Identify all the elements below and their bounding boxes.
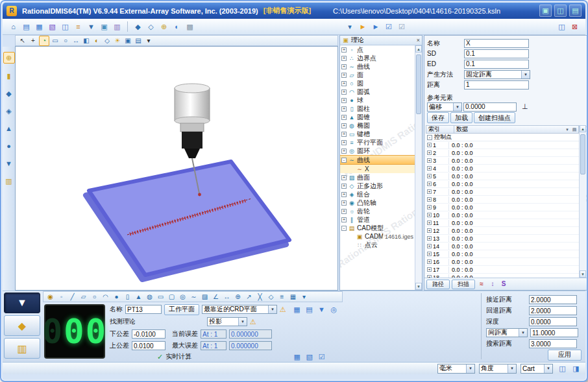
expand-icon[interactable]: + xyxy=(427,252,432,256)
ruler-icon[interactable]: ▥ xyxy=(4,176,14,186)
scroll-thumb[interactable] xyxy=(580,134,585,174)
tree-item-combine[interactable]: +◈组合 xyxy=(340,190,415,198)
control-point-row[interactable]: +40.0 : 0.0 xyxy=(426,165,579,173)
distance-icon[interactable]: ↔ xyxy=(222,292,232,302)
probe-star-icon[interactable]: ▲ xyxy=(4,123,14,134)
snap-grid-icon[interactable]: ▦ xyxy=(291,304,302,315)
expand-icon[interactable]: + xyxy=(341,81,347,86)
database-icon[interactable]: ▥ xyxy=(112,21,123,32)
torus-icon[interactable]: ◎ xyxy=(178,292,188,302)
collapse-icon[interactable]: - xyxy=(341,158,347,163)
probe-dropdown-icon[interactable]: ▾ xyxy=(345,21,356,32)
chevron-down-icon[interactable]: ▼ xyxy=(238,318,247,326)
expand-icon[interactable]: + xyxy=(427,197,432,202)
expand-icon[interactable]: + xyxy=(341,73,347,78)
expand-icon[interactable]: + xyxy=(427,150,432,155)
chevron-down-icon[interactable]: ▼ xyxy=(521,71,530,78)
control-point-row[interactable]: +80.0 : 0.0 xyxy=(426,196,579,204)
expand-icon[interactable]: + xyxy=(427,259,432,264)
probe-manager-icon[interactable]: ◆ xyxy=(132,21,143,32)
expand-icon[interactable]: + xyxy=(427,213,432,217)
control-point-row[interactable]: +170.0 : 0.0 xyxy=(426,266,579,274)
chevron-down-icon[interactable]: ▼ xyxy=(268,305,276,313)
expand-icon[interactable]: + xyxy=(341,132,347,137)
load-button[interactable]: 加载 xyxy=(450,112,472,123)
zoom-window-icon[interactable]: ▭ xyxy=(51,36,60,45)
flag-blue-icon[interactable]: ► xyxy=(371,21,382,32)
calculator-icon[interactable]: ▩ xyxy=(184,21,195,32)
tree-item-boundary-point[interactable]: +∴边界点 xyxy=(340,54,415,62)
tree-item-cylinder[interactable]: +▯圆柱 xyxy=(340,104,415,113)
expand-icon[interactable]: + xyxy=(341,209,347,214)
sphere-icon[interactable]: ● xyxy=(112,292,121,302)
expand-icon[interactable]: + xyxy=(341,192,347,197)
intersect-icon[interactable]: ╳ xyxy=(255,292,265,302)
method-dropdown[interactable]: 固定距离 ▼ xyxy=(464,70,530,79)
close-panel-icon[interactable]: ⊠ xyxy=(569,21,580,32)
expand-icon[interactable]: + xyxy=(427,228,432,233)
plane-icon[interactable]: ▱ xyxy=(79,292,88,302)
sheet-icon[interactable]: ▦ xyxy=(291,352,302,363)
save-button[interactable]: 保存 xyxy=(427,112,449,123)
tree-item-polygon[interactable]: +◇正多边形 xyxy=(340,182,415,190)
expand-icon[interactable]: + xyxy=(427,158,432,163)
sort-icon[interactable]: ▾ xyxy=(564,126,570,133)
zoom-icon[interactable]: ○ xyxy=(61,36,70,45)
column-data[interactable]: 数据 xyxy=(454,126,564,133)
expand-icon[interactable]: + xyxy=(427,143,432,147)
chevron-down-icon[interactable]: ▼ xyxy=(508,364,516,373)
workpiece-plate[interactable] xyxy=(89,161,289,275)
control-point-row[interactable]: +150.0 : 0.0 xyxy=(426,250,579,258)
panel-small-icon[interactable]: ◨ xyxy=(570,363,582,374)
expand-icon[interactable]: + xyxy=(341,149,347,154)
edit-icon[interactable]: ▧ xyxy=(304,352,315,363)
expand-icon[interactable]: + xyxy=(341,123,347,128)
control-point-row[interactable]: +60.0 : 0.0 xyxy=(426,180,579,188)
tree-item-cone[interactable]: +▲圆锥 xyxy=(340,113,415,121)
scroll-down-icon[interactable]: ▼ xyxy=(580,270,586,278)
expand-icon[interactable]: + xyxy=(427,267,432,272)
table-scrollbar[interactable]: ▲ ▼ xyxy=(579,125,586,278)
tree-item-camshaft[interactable]: +◉凸轮轴 xyxy=(340,198,415,207)
chart-icon[interactable]: ▧ xyxy=(47,21,58,32)
column-index[interactable]: 索引 xyxy=(426,126,454,133)
tree-item-cadm-1[interactable]: ▣CADM_114616.iges xyxy=(340,232,415,241)
path-button[interactable]: 路径 xyxy=(426,280,450,289)
name-input[interactable] xyxy=(464,39,529,48)
expand-icon[interactable]: + xyxy=(341,64,347,69)
tree-item-circle[interactable]: +○圆 xyxy=(340,79,415,88)
control-point-row[interactable]: +10.0 : 0.0 xyxy=(426,141,579,149)
expand-icon[interactable]: + xyxy=(427,244,432,248)
expand-icon[interactable]: + xyxy=(341,98,347,103)
expand-icon[interactable]: + xyxy=(341,217,347,222)
tree-item-slot[interactable]: +▭键槽 xyxy=(340,130,415,138)
construct-icon[interactable]: ◇ xyxy=(266,292,276,302)
pattern-icon[interactable]: ▦ xyxy=(288,292,298,302)
control-point-row[interactable]: +130.0 : 0.0 xyxy=(426,235,579,243)
check-run-icon[interactable]: ☑ xyxy=(384,21,395,32)
retract-distance-input[interactable] xyxy=(529,306,577,315)
expand-icon[interactable]: + xyxy=(341,175,347,180)
chevron-down-icon[interactable]: ▼ xyxy=(544,364,552,373)
grid-small-icon[interactable]: ◫ xyxy=(557,363,568,374)
expand-icon[interactable]: + xyxy=(341,106,347,112)
tree-item-curve-x[interactable]: ∼X xyxy=(340,165,415,173)
expand-icon[interactable]: + xyxy=(427,221,432,225)
control-point-row[interactable]: +90.0 : 0.0 xyxy=(426,204,579,211)
expand-icon[interactable]: + xyxy=(427,182,432,186)
probe-head-button[interactable]: ◆ xyxy=(4,315,40,336)
auto-feature-icon[interactable]: ◉ xyxy=(45,292,55,302)
expand-icon[interactable]: + xyxy=(341,47,347,53)
scroll-thumb[interactable] xyxy=(416,54,421,114)
probe-rotate-icon[interactable]: ◈ xyxy=(4,106,14,116)
scan-curve-icon[interactable]: ≈ xyxy=(477,280,486,289)
tree-item-cad-model[interactable]: -▤CAD模型 xyxy=(340,224,415,232)
lower-tolerance-input[interactable] xyxy=(132,329,165,339)
control-point-row[interactable]: +120.0 : 0.0 xyxy=(426,227,579,235)
csys-icon[interactable]: ⊕ xyxy=(3,52,15,64)
feature-name-input[interactable] xyxy=(125,305,162,314)
curve-icon[interactable]: ∼ xyxy=(189,292,199,302)
chevron-down-icon[interactable]: ▼ xyxy=(466,364,474,373)
scroll-down-icon[interactable]: ▼ xyxy=(415,283,422,290)
select-arrow-icon[interactable]: ↖ xyxy=(18,36,27,45)
